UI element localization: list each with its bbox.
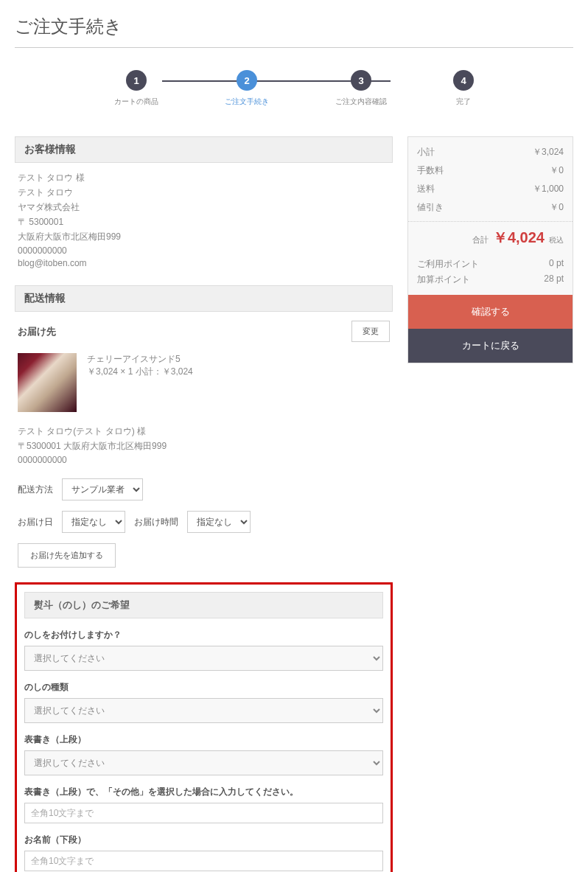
noshi-name-label: お名前（下段） — [24, 834, 383, 846]
customer-line: 0000000000 — [18, 245, 390, 256]
customer-line: ヤマダ株式会社 — [18, 201, 390, 214]
step-circle: 4 — [453, 70, 474, 91]
total-amount: ￥4,024 — [493, 228, 545, 248]
points-value: 28 pt — [544, 273, 564, 286]
customer-line: テスト タロウ 様 — [18, 172, 390, 184]
noshi-attach-label: のしをお付けしますか？ — [24, 629, 383, 641]
delivery-date-label: お届け日 — [18, 516, 53, 529]
points-label: ご利用ポイント — [417, 258, 479, 271]
summary-value: ￥0 — [550, 164, 564, 177]
delivery-time-select[interactable]: 指定なし — [187, 511, 251, 533]
noshi-other-label: 表書き（上段）で、「その他」を選択した場合に入力してください。 — [24, 786, 383, 798]
summary-value: ￥1,000 — [533, 183, 564, 195]
step-4: 4 完了 — [453, 70, 474, 107]
customer-line: 〒 5300001 — [18, 216, 390, 229]
product-name: チェリーアイスサンド5 — [87, 353, 193, 366]
total-label: 合計 — [472, 234, 489, 245]
add-destination-button[interactable]: お届け先を追加する — [18, 543, 116, 568]
total-tax: 税込 — [549, 235, 564, 245]
summary-label: 値引き — [417, 201, 444, 214]
order-summary: 小計￥3,024 手数料￥0 送料￥1,000 値引き￥0 合計 ￥4,024 … — [407, 136, 573, 363]
summary-label: 送料 — [417, 183, 435, 195]
step-label: カートの商品 — [114, 97, 158, 107]
summary-value: ￥0 — [550, 201, 564, 214]
delivery-info-header: 配送情報 — [15, 285, 393, 312]
noshi-type-label: のしの種類 — [24, 681, 383, 694]
step-circle: 3 — [351, 70, 371, 91]
step-label: ご注文内容確認 — [335, 97, 387, 107]
delivery-time-label: お届け時間 — [134, 516, 178, 529]
customer-line: blog@itoben.com — [18, 258, 390, 268]
addr-line: 〒5300001 大阪府大阪市北区梅田999 — [18, 440, 390, 453]
addr-line: テスト タロウ(テスト タロウ) 様 — [18, 425, 390, 438]
summary-value: ￥3,024 — [533, 146, 564, 158]
delivery-destination-label: お届け先 — [18, 325, 56, 338]
points-value: 0 pt — [549, 258, 564, 271]
step-label: ご注文手続き — [225, 97, 269, 107]
summary-label: 手数料 — [417, 164, 444, 177]
noshi-section: 熨斗（のし）のご希望 のしをお付けしますか？ 選択してください のしの種類 選択… — [15, 582, 393, 872]
product-image — [18, 353, 77, 412]
customer-info: テスト タロウ 様 テスト タロウ ヤマダ株式会社 〒 5300001 大阪府大… — [15, 172, 393, 285]
step-1: 1 カートの商品 — [114, 70, 158, 107]
step-circle: 1 — [126, 70, 147, 91]
customer-line: 大阪府大阪市北区梅田999 — [18, 231, 390, 243]
product-detail: ￥3,024 × 1 小計：￥3,024 — [87, 366, 193, 378]
confirm-button[interactable]: 確認する — [408, 295, 573, 329]
noshi-other-input[interactable] — [24, 803, 383, 823]
delivery-date-select[interactable]: 指定なし — [62, 511, 125, 533]
step-label: 完了 — [456, 97, 471, 107]
delivery-method-select[interactable]: サンプル業者 — [62, 478, 143, 500]
addr-line: 0000000000 — [18, 455, 390, 465]
back-to-cart-button[interactable]: カートに戻る — [408, 329, 573, 363]
points-label: 加算ポイント — [417, 273, 470, 286]
customer-line: テスト タロウ — [18, 186, 390, 199]
summary-label: 小計 — [417, 146, 435, 158]
customer-info-header: お客様情報 — [15, 136, 393, 163]
progress-stepper: 1 カートの商品 2 ご注文手続き 3 ご注文内容確認 4 完了 — [15, 70, 573, 107]
noshi-top-label: 表書き（上段） — [24, 733, 383, 746]
noshi-header: 熨斗（のし）のご希望 — [24, 592, 383, 618]
noshi-top-select[interactable]: 選択してください — [24, 750, 383, 775]
delivery-method-label: 配送方法 — [18, 484, 53, 496]
step-circle: 2 — [237, 70, 257, 91]
noshi-name-input[interactable] — [24, 851, 383, 871]
step-3: 3 ご注文内容確認 — [335, 70, 387, 107]
noshi-attach-select[interactable]: 選択してください — [24, 646, 383, 671]
page-title: ご注文手続き — [15, 15, 573, 48]
change-address-button[interactable]: 変更 — [351, 321, 390, 342]
step-2: 2 ご注文手続き — [225, 70, 269, 107]
noshi-type-select[interactable]: 選択してください — [24, 698, 383, 723]
cart-product: チェリーアイスサンド5 ￥3,024 × 1 小計：￥3,024 — [18, 353, 390, 412]
